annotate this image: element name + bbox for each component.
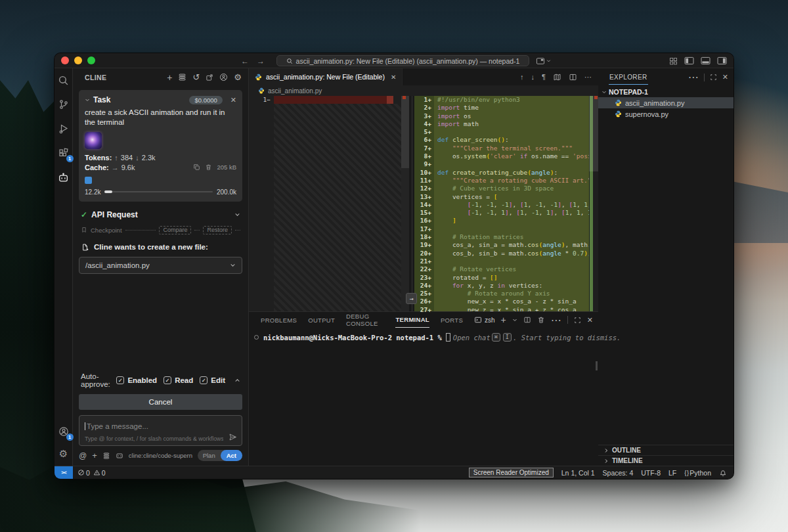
whitespace-icon[interactable]: ¶	[542, 73, 546, 81]
previous-change-icon[interactable]: ↑	[520, 73, 524, 81]
maximize-panel-icon[interactable]	[574, 317, 581, 324]
left-overview-ruler[interactable]	[401, 96, 409, 311]
kill-terminal-icon[interactable]	[537, 316, 545, 324]
problems-item[interactable]: 0 0	[77, 469, 106, 477]
open-in-editor-icon[interactable]	[206, 74, 213, 81]
bell-icon[interactable]	[719, 469, 727, 477]
gear-icon[interactable]: ⚙	[234, 72, 242, 82]
right-overview-ruler[interactable]	[589, 96, 598, 311]
diff-modified-pane[interactable]: 1+2+3+4+5+6+7+8+9+10+11+12+13+14+15+16+1…	[414, 96, 598, 311]
more-actions-icon[interactable]: ⋯	[551, 314, 561, 326]
split-editor-icon[interactable]	[569, 73, 577, 81]
auto-approve-read[interactable]: ✓Read	[164, 376, 193, 384]
add-context-icon[interactable]: +	[92, 451, 97, 460]
command-center-search[interactable]: ascii_animation.py: New File (Editable) …	[276, 55, 529, 66]
chevron-up-icon[interactable]	[234, 378, 240, 384]
toggle-primary-sidebar-icon[interactable]	[684, 56, 694, 65]
model-name[interactable]: cline:cline/code-supernova	[129, 452, 192, 459]
breadcrumb[interactable]: ascii_animation.py	[249, 85, 598, 96]
layout-grid-icon[interactable]	[669, 57, 678, 65]
next-change-icon[interactable]: ↓	[531, 73, 535, 81]
chevron-down-icon[interactable]	[85, 97, 90, 102]
close-task-icon[interactable]: ✕	[230, 96, 236, 104]
forward-icon[interactable]: →	[257, 56, 265, 66]
sidebar-item-cline[interactable]	[57, 171, 70, 184]
chevron-down-icon[interactable]	[512, 317, 517, 322]
eol-sequence[interactable]: LF	[668, 469, 676, 477]
language-mode[interactable]: { } Python	[684, 469, 711, 477]
back-icon[interactable]: ←	[241, 56, 249, 66]
terminal-content[interactable]: nickbaumann@Nicks-MacBook-Pro-2 notepad-…	[249, 328, 598, 342]
checkbox-icon[interactable]: ✓	[200, 376, 208, 384]
file-item-supernova.py[interactable]: supernova.py	[598, 108, 733, 120]
copy-icon[interactable]	[193, 164, 200, 171]
accounts-item[interactable]: 1	[57, 425, 70, 438]
more-actions-icon[interactable]: ⋯	[584, 73, 592, 81]
history-icon[interactable]: ↺	[192, 72, 200, 82]
close-tab-icon[interactable]: ✕	[391, 74, 396, 81]
panel-tab-debug-console[interactable]: DEBUG CONSOLE	[346, 312, 384, 328]
toggle-panel-icon[interactable]	[701, 56, 711, 65]
panel-tab-ports[interactable]: PORTS	[441, 312, 463, 328]
panel-tab-output[interactable]: OUTPUT	[308, 312, 335, 328]
auto-approve-edit[interactable]: ✓Edit	[200, 376, 225, 384]
diff-original-pane[interactable]: 1−	[249, 96, 409, 311]
manage-settings-item[interactable]: ⚙	[57, 447, 70, 460]
new-terminal-icon[interactable]: +	[501, 315, 506, 325]
plan-option[interactable]: Plan	[198, 452, 221, 459]
act-option[interactable]: Act	[221, 450, 242, 461]
remote-indicator[interactable]: ><	[55, 466, 73, 479]
diff-added-code[interactable]: #!/usr/bin/env python3import timeimport …	[434, 96, 589, 311]
section-outline[interactable]: OUTLINE	[598, 445, 733, 455]
sidebar-item-search[interactable]	[57, 74, 70, 87]
more-actions-icon[interactable]: ⋯	[688, 71, 699, 83]
account-icon[interactable]	[219, 73, 228, 81]
sidebar-item-extensions[interactable]: 1	[57, 146, 70, 160]
editor-tab[interactable]: ascii_animation.py: New File (Editable) …	[249, 68, 403, 85]
maximize-sidebar-icon[interactable]	[710, 74, 717, 81]
rules-icon[interactable]	[102, 452, 110, 460]
close-panel-icon[interactable]: ✕	[587, 316, 593, 324]
explorer-root-folder[interactable]: NOTEPAD-1	[598, 86, 733, 97]
plan-act-toggle[interactable]: Plan Act	[198, 450, 242, 461]
auto-approve-row[interactable]: Auto-approve: ✓Enabled✓Read✓Edit	[81, 372, 240, 388]
cursor-position[interactable]: Ln 1, Col 1	[561, 469, 595, 477]
panel-tab-terminal[interactable]: TERMINAL	[395, 312, 429, 328]
file-item-ascii_animation.py[interactable]: ascii_animation.py	[598, 97, 733, 108]
indentation[interactable]: Spaces: 4	[603, 469, 634, 477]
auto-approve-enabled[interactable]: ✓Enabled	[116, 376, 157, 384]
terminal-scrollbar[interactable]	[596, 361, 598, 370]
send-icon[interactable]	[229, 433, 237, 441]
restore-button[interactable]: Restore	[203, 226, 232, 234]
mcp-servers-icon[interactable]	[178, 73, 186, 81]
model-icon[interactable]	[116, 452, 123, 460]
api-request-row[interactable]: ✓ API Request	[81, 210, 240, 219]
screen-reader-badge[interactable]: Screen Reader Optimized	[469, 468, 554, 477]
new-file-path-accordion[interactable]: /ascii_animation.py	[79, 257, 242, 274]
toggle-secondary-sidebar-icon[interactable]	[717, 56, 727, 65]
section-timeline[interactable]: TIMELINE	[598, 455, 733, 466]
cancel-button[interactable]: Cancel	[79, 394, 242, 410]
explorer-title[interactable]: EXPLORER	[609, 70, 648, 85]
compare-button[interactable]: Compare	[159, 226, 191, 234]
map-icon[interactable]	[553, 73, 561, 81]
terminal-instance[interactable]: zsh	[474, 316, 495, 324]
message-input[interactable]: Type a message... Type @ for context, / …	[79, 415, 242, 446]
diff-sash[interactable]: →	[409, 96, 414, 311]
sidebar-item-run-debug[interactable]	[57, 122, 70, 135]
close-sidebar-icon[interactable]: ✕	[722, 73, 728, 81]
trash-icon[interactable]	[205, 164, 212, 171]
close-window-button[interactable]	[61, 56, 69, 64]
mention-icon[interactable]: @	[79, 451, 87, 460]
encoding[interactable]: UTF-8	[641, 469, 661, 477]
panel-tab-problems[interactable]: PROBLEMS	[261, 312, 297, 328]
diff-swap-arrow-button[interactable]: →	[406, 293, 417, 304]
task-image-thumbnail[interactable]	[85, 132, 102, 149]
zoom-window-button[interactable]	[87, 56, 95, 64]
split-terminal-icon[interactable]	[523, 316, 531, 324]
customize-layout-button[interactable]	[536, 53, 551, 68]
new-task-icon[interactable]: +	[167, 72, 172, 83]
checkbox-icon[interactable]: ✓	[116, 376, 124, 384]
checkbox-icon[interactable]: ✓	[164, 376, 171, 384]
minimize-window-button[interactable]	[74, 56, 82, 64]
